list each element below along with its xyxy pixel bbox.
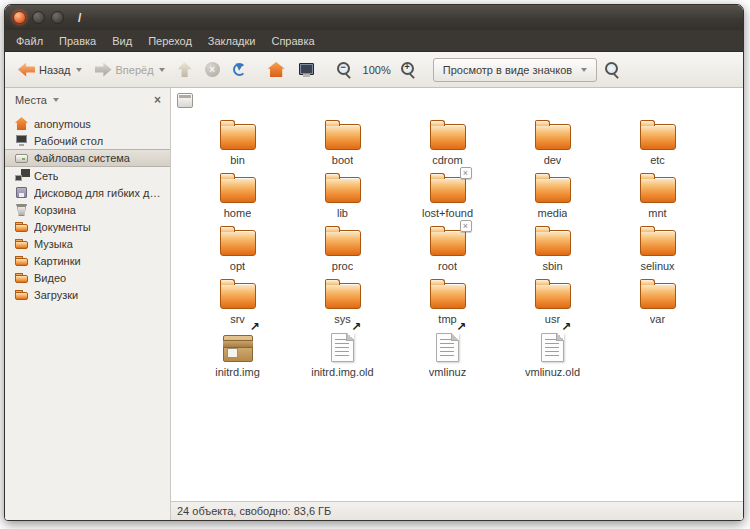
emblem-icon xyxy=(249,321,259,333)
forward-history-caret-icon[interactable] xyxy=(159,68,165,72)
menu-item[interactable]: Переход xyxy=(141,33,199,49)
view-topstrip xyxy=(171,88,743,112)
file-item[interactable]: bin xyxy=(185,116,290,169)
file-item[interactable]: srv xyxy=(185,275,290,328)
file-icon-wrap xyxy=(430,222,466,256)
file-icon-wrap xyxy=(220,275,256,309)
sidebar-item[interactable]: Картинки xyxy=(5,252,170,269)
home-button[interactable] xyxy=(263,59,290,80)
file-item[interactable]: mnt xyxy=(605,169,710,222)
close-button[interactable] xyxy=(13,11,26,24)
file-item[interactable]: root xyxy=(395,222,500,275)
stop-button[interactable] xyxy=(200,59,225,80)
file-name: initrd.img.old xyxy=(311,366,373,378)
file-item[interactable]: sbin xyxy=(500,222,605,275)
sidebar-item[interactable]: Загрузки xyxy=(5,286,170,303)
file-icon-wrap xyxy=(325,169,361,203)
file-item[interactable]: dev xyxy=(500,116,605,169)
sidebar-item-label: anonymous xyxy=(34,118,91,130)
sidebar-item[interactable]: Корзина xyxy=(5,201,170,218)
file-item[interactable]: initrd.img xyxy=(185,328,290,381)
file-item[interactable]: cdrom xyxy=(395,116,500,169)
menu-item[interactable]: Правка xyxy=(52,33,103,49)
sidebar-item[interactable]: Документы xyxy=(5,218,170,235)
zoom-out-button[interactable]: − xyxy=(332,59,358,81)
file-item[interactable]: home xyxy=(185,169,290,222)
sidebar-header-dropdown[interactable]: Места × xyxy=(5,88,170,112)
file-item[interactable]: lib xyxy=(290,169,395,222)
file-icon-wrap xyxy=(430,116,466,150)
forward-button[interactable]: Вперёд xyxy=(90,60,170,80)
file-name: home xyxy=(224,207,252,219)
sidebar-item[interactable]: Видео xyxy=(5,269,170,286)
file-icon xyxy=(535,124,571,150)
sidebar-item-label: Дисковод для гибких дисков xyxy=(34,187,166,199)
sidebar-item-label: Загрузки xyxy=(34,289,78,301)
maximize-button[interactable] xyxy=(51,11,64,24)
file-icon xyxy=(640,230,676,256)
tab-icon[interactable] xyxy=(177,93,193,108)
up-button[interactable] xyxy=(173,59,197,80)
forward-arrow-icon xyxy=(95,63,112,77)
back-button[interactable]: Назад xyxy=(13,60,87,80)
file-name: vmlinuz xyxy=(429,366,466,378)
file-icon-wrap xyxy=(223,328,253,362)
view-mode-caret-icon xyxy=(581,68,587,72)
file-icon xyxy=(640,124,676,150)
sidebar-item[interactable]: Файловая система xyxy=(5,149,170,167)
back-arrow-icon xyxy=(18,63,35,77)
places-sidebar: Места × anonymous Рабочий стол xyxy=(5,88,171,520)
file-item[interactable]: selinux xyxy=(605,222,710,275)
file-name: initrd.img xyxy=(215,366,260,378)
sidebar-item-label: Корзина xyxy=(34,204,76,216)
file-item[interactable]: var xyxy=(605,275,710,328)
file-item[interactable]: lost+found xyxy=(395,169,500,222)
file-grid[interactable]: bin boot xyxy=(171,112,743,501)
view-mode-dropdown[interactable]: Просмотр в виде значков xyxy=(433,58,597,82)
file-icon-wrap xyxy=(640,222,676,256)
titlebar[interactable]: / xyxy=(5,5,743,30)
sidebar-close-button[interactable]: × xyxy=(151,94,164,106)
menu-item[interactable]: Закладки xyxy=(201,33,263,49)
file-name: lib xyxy=(337,207,348,219)
file-icon xyxy=(325,230,361,256)
file-name: usr xyxy=(545,313,560,325)
file-item[interactable]: initrd.img.old xyxy=(290,328,395,381)
sidebar-item[interactable]: Дисковод для гибких дисков xyxy=(5,184,170,201)
file-item[interactable]: vmlinuz.old xyxy=(500,328,605,381)
file-item[interactable]: usr xyxy=(500,275,605,328)
reload-button[interactable] xyxy=(228,60,251,79)
file-name: tmp xyxy=(438,313,456,325)
sidebar-item[interactable]: Музыка xyxy=(5,235,170,252)
file-name: proc xyxy=(332,260,353,272)
minimize-button[interactable] xyxy=(32,11,45,24)
statusbar: 24 объекта, свободно: 83,6 ГБ xyxy=(171,501,743,520)
file-item[interactable]: opt xyxy=(185,222,290,275)
sidebar-item-label: Видео xyxy=(34,272,66,284)
file-item[interactable]: etc xyxy=(605,116,710,169)
menu-item[interactable]: Файл xyxy=(9,33,50,49)
sidebar-item[interactable]: Рабочий стол xyxy=(5,132,170,149)
file-item[interactable]: proc xyxy=(290,222,395,275)
file-item[interactable]: boot xyxy=(290,116,395,169)
zoom-in-button[interactable]: + xyxy=(396,59,422,81)
sidebar-item-icon xyxy=(14,186,29,199)
file-icon-wrap xyxy=(220,222,256,256)
file-name: media xyxy=(538,207,568,219)
file-icon-wrap xyxy=(640,116,676,150)
search-icon xyxy=(605,62,621,78)
sidebar-item[interactable]: anonymous xyxy=(5,115,170,132)
file-item[interactable]: vmlinuz xyxy=(395,328,500,381)
file-icon xyxy=(535,230,571,256)
computer-button[interactable] xyxy=(293,60,320,80)
file-icon xyxy=(535,283,571,309)
file-item[interactable]: sys xyxy=(290,275,395,328)
file-name: etc xyxy=(650,154,665,166)
menu-item[interactable]: Вид xyxy=(105,33,139,49)
back-history-caret-icon[interactable] xyxy=(76,68,82,72)
search-button[interactable] xyxy=(600,59,626,81)
sidebar-item[interactable]: Сеть xyxy=(5,167,170,184)
menu-item[interactable]: Справка xyxy=(264,33,321,49)
file-item[interactable]: media xyxy=(500,169,605,222)
file-item[interactable]: tmp xyxy=(395,275,500,328)
